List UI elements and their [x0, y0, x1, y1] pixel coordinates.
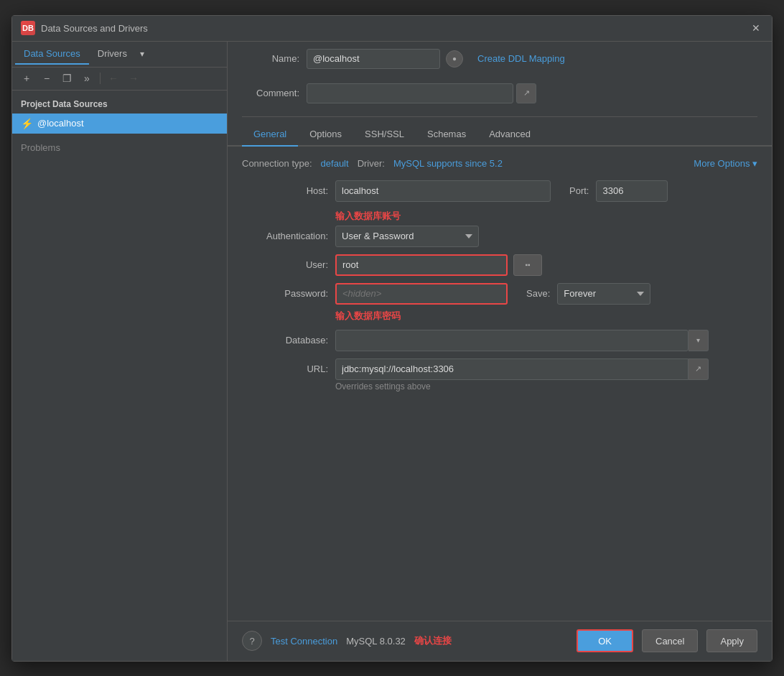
- user-extra-btn[interactable]: ▪▪: [513, 254, 542, 276]
- tab-options[interactable]: Options: [298, 123, 353, 147]
- user-label: User:: [242, 259, 328, 270]
- config-content: Connection type: default Driver: MySQL s…: [228, 147, 772, 621]
- comment-expand-btn[interactable]: ↗: [516, 83, 536, 103]
- host-input[interactable]: [335, 180, 551, 202]
- remove-button[interactable]: −: [38, 70, 55, 87]
- name-row: Name: ● Create DDL Mapping: [228, 42, 772, 76]
- comment-input[interactable]: [307, 83, 513, 103]
- main-layout: Data Sources Drivers ▾ + − ❐ » ← → Proje…: [12, 42, 772, 661]
- left-panel: Data Sources Drivers ▾ + − ❐ » ← → Proje…: [12, 42, 228, 661]
- create-ddl-link[interactable]: Create DDL Mapping: [477, 53, 565, 64]
- project-data-sources-label: Project Data Sources: [12, 91, 227, 114]
- host-row: Host: Port:: [242, 180, 757, 202]
- annotation-user: 输入数据库账号: [335, 209, 757, 223]
- save-label: Save:: [526, 288, 550, 299]
- user-input-group: ▪▪: [335, 254, 542, 276]
- url-row: URL: ↗: [242, 358, 757, 380]
- main-dialog: DB Data Sources and Drivers ✕ Data Sourc…: [11, 15, 773, 662]
- url-input[interactable]: [335, 358, 689, 380]
- version-text: MySQL 8.0.32: [346, 636, 406, 647]
- window-title: Data Sources and Drivers: [41, 23, 743, 34]
- forward-button[interactable]: →: [125, 70, 142, 87]
- more-options-btn[interactable]: More Options ▾: [694, 158, 757, 169]
- connection-info-row: Connection type: default Driver: MySQL s…: [242, 158, 757, 169]
- user-row: User: ▪▪: [242, 254, 757, 276]
- test-connection-link[interactable]: Test Connection: [271, 636, 337, 647]
- comment-row: Comment: ↗: [228, 76, 772, 111]
- toolbar-separator: [100, 73, 101, 84]
- close-button[interactable]: ✕: [749, 21, 763, 35]
- confirm-text: 确认连接: [414, 634, 452, 647]
- tab-drivers[interactable]: Drivers: [89, 44, 136, 65]
- left-tabs-row: Data Sources Drivers ▾: [12, 42, 227, 68]
- more-button[interactable]: »: [78, 70, 95, 87]
- tab-dropdown[interactable]: ▾: [136, 46, 149, 62]
- back-button[interactable]: ←: [105, 70, 122, 87]
- title-bar: DB Data Sources and Drivers ✕: [12, 16, 772, 42]
- driver-value: MySQL supports since 5.2: [393, 158, 503, 169]
- app-icon: DB: [21, 21, 35, 35]
- auth-select[interactable]: User & Password No auth Password Credent…: [335, 226, 479, 247]
- database-input-group: ▾: [335, 330, 709, 351]
- tab-schemas[interactable]: Schemas: [416, 123, 477, 147]
- left-toolbar: + − ❐ » ← →: [12, 68, 227, 91]
- url-expand-btn[interactable]: ↗: [689, 358, 709, 380]
- comment-label: Comment:: [242, 88, 299, 98]
- ok-button[interactable]: OK: [577, 629, 633, 652]
- name-circle-btn[interactable]: ●: [446, 50, 463, 68]
- name-input-group: ●: [307, 49, 463, 69]
- database-dropdown-btn[interactable]: ▾: [689, 330, 709, 351]
- tab-general[interactable]: General: [242, 123, 298, 147]
- tab-data-sources[interactable]: Data Sources: [15, 44, 89, 65]
- database-label: Database:: [242, 335, 328, 346]
- apply-button[interactable]: Apply: [706, 629, 757, 652]
- driver-label: Driver:: [358, 158, 385, 169]
- port-input[interactable]: [596, 180, 668, 202]
- add-button[interactable]: +: [18, 70, 35, 87]
- user-input[interactable]: [335, 254, 508, 276]
- auth-row: Authentication: User & Password No auth …: [242, 226, 757, 247]
- database-row: Database: ▾: [242, 330, 757, 351]
- datasource-icon: ⚡: [21, 118, 33, 129]
- cancel-button[interactable]: Cancel: [642, 629, 698, 652]
- overrides-text: Overrides settings above: [335, 381, 757, 392]
- problems-label: Problems: [21, 142, 60, 153]
- divider: [242, 116, 757, 117]
- url-input-group: ↗: [335, 358, 709, 380]
- database-input[interactable]: [335, 330, 689, 351]
- config-tabs: General Options SSH/SSL Schemas Advanced: [228, 123, 772, 147]
- url-label: URL:: [242, 364, 328, 374]
- conn-type-label: Connection type:: [242, 158, 312, 169]
- tab-advanced[interactable]: Advanced: [477, 123, 542, 147]
- host-label: Host:: [242, 185, 328, 196]
- port-label: Port:: [569, 185, 589, 196]
- password-row: Password: Save: Forever Until restart Ne…: [242, 283, 757, 305]
- password-label: Password:: [242, 288, 328, 299]
- help-button[interactable]: ?: [242, 631, 262, 651]
- bottom-bar: ? Test Connection MySQL 8.0.32 确认连接 OK C…: [228, 621, 772, 661]
- password-input[interactable]: [335, 283, 508, 305]
- datasource-item-localhost[interactable]: ⚡ @localhost: [12, 114, 227, 134]
- copy-button[interactable]: ❐: [58, 70, 75, 87]
- name-input[interactable]: [307, 49, 440, 69]
- annotation-password: 输入数据库密码: [335, 309, 757, 323]
- auth-label: Authentication:: [242, 231, 328, 241]
- right-panel: Name: ● Create DDL Mapping Comment: ↗ Ge…: [228, 42, 772, 661]
- save-select[interactable]: Forever Until restart Never: [557, 283, 650, 305]
- datasource-item-label: @localhost: [37, 118, 84, 129]
- conn-type-value: default: [321, 158, 349, 169]
- name-label: Name:: [242, 53, 299, 64]
- problems-section: Problems: [12, 134, 227, 162]
- tab-ssh-ssl[interactable]: SSH/SSL: [353, 123, 416, 147]
